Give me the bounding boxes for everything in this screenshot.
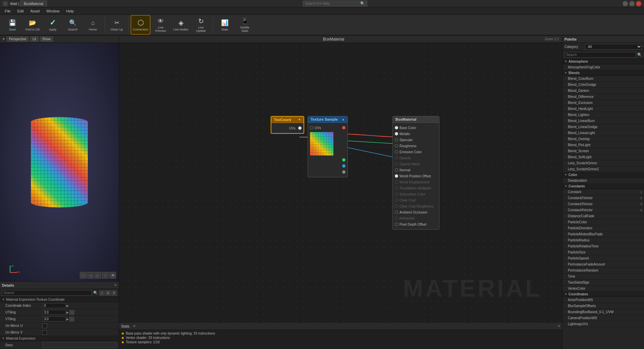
category-select[interactable]: All	[585, 44, 642, 50]
vtiling-link[interactable]: ⟐	[69, 317, 74, 322]
bm-metalic-pin[interactable]	[395, 132, 398, 135]
bm-base-color-pin[interactable]	[395, 126, 398, 129]
coordinate-index-input[interactable]	[42, 303, 66, 308]
texcoord-node[interactable]: TexCoord ▼ UVs	[271, 116, 304, 134]
help-search[interactable]: 🔍	[303, 1, 367, 6]
palette-item-atmosphericfogcolor[interactable]: AtmosphericFogColor	[562, 64, 644, 70]
details-close-button[interactable]: ✕	[114, 283, 117, 287]
perspective-button[interactable]: Perspective	[7, 37, 29, 42]
ts-uvs-in-pin[interactable]	[310, 126, 313, 129]
viewport-ctrl-3[interactable]: ▷	[95, 272, 101, 279]
stats-close-button[interactable]: ✕	[557, 324, 560, 328]
node-canvas[interactable]: TexCoord ▼ UVs Texture Sample ▲	[119, 43, 562, 322]
viewport-ctrl-2[interactable]: ◁	[87, 272, 94, 279]
search-icon[interactable]: 🔍	[360, 1, 365, 6]
palette-item-particlemotionblurfade[interactable]: ParticleMotionBlurFade	[562, 231, 644, 237]
palette-item-vertexcolor[interactable]: VertexColor	[562, 286, 644, 292]
palette-item-constant4vector[interactable]: Constant4Vector 4	[562, 207, 644, 213]
palette-item-actorpositionws[interactable]: ActorPositionWS	[562, 297, 644, 303]
show-button[interactable]: Show	[40, 37, 53, 42]
texture-sample-dropdown[interactable]: ▲	[342, 118, 345, 121]
palette-item-constant3vector[interactable]: Constant3Vector 3	[562, 201, 644, 207]
palette-item-blend-pinlight[interactable]: Blend_PinLight	[562, 142, 644, 148]
minimize-button[interactable]: —	[623, 1, 628, 6]
palette-section-coordinates[interactable]: ▼ Coordinates	[562, 292, 644, 297]
save-button[interactable]: 💾 Save	[3, 15, 22, 35]
palette-item-distancecullfade[interactable]: DistanceCullFade	[562, 213, 644, 219]
texture-sample-node[interactable]: Texture Sample ▲ UVs	[308, 116, 348, 177]
palette-item-particleradius[interactable]: ParticleRadius	[562, 237, 644, 243]
utiling-link[interactable]: ⟐	[69, 310, 74, 315]
details-search-input[interactable]	[2, 290, 92, 296]
palette-item-camerapositionws[interactable]: CameraPositionWS	[562, 315, 644, 321]
palette-section-atmosphere[interactable]: ▼ Atmosphere	[562, 59, 644, 64]
details-filter-btn[interactable]: ▼	[111, 290, 117, 296]
help-search-input[interactable]	[305, 2, 359, 5]
bm-world-pos-pin[interactable]	[395, 174, 398, 178]
palette-item-blend-linearlight[interactable]: Blend_LinearLight	[562, 130, 644, 136]
desc-input[interactable]	[42, 342, 117, 348]
ts-g-pin[interactable]	[342, 158, 345, 162]
apply-button[interactable]: ✓ Apply	[43, 15, 62, 35]
viewport-ctrl-4[interactable]: □	[102, 272, 109, 279]
live-update-button[interactable]: ↻ Live Update	[191, 15, 211, 35]
menu-file[interactable]: File	[2, 8, 13, 14]
close-button[interactable]: ✕	[636, 1, 641, 6]
texcoord-uvs-pin[interactable]	[298, 126, 302, 130]
menu-asset[interactable]: Asset	[28, 8, 43, 14]
palette-section-constants[interactable]: ▼ Constants	[562, 184, 644, 189]
mobile-stats-button[interactable]: 📱 Mobile Stats	[235, 15, 255, 35]
palette-item-boundingbox[interactable]: BoundingBoxBased_0-1_UVW	[562, 309, 644, 315]
viewport-ctrl-5[interactable]: ⬒	[109, 272, 116, 279]
palette-item-lerp-scratchgrime[interactable]: Lerp_ScratchGrime	[562, 160, 644, 166]
live-preview-button[interactable]: 👁 Live Preview	[151, 15, 170, 35]
palette-item-blend-lineardodge[interactable]: Blend_LinearDodge	[562, 124, 644, 130]
palette-item-constant[interactable]: Constant 1	[562, 189, 644, 195]
palette-section-color[interactable]: ▼ Color	[562, 172, 644, 178]
palette-item-blend-exclusion[interactable]: Blend_Exclusion	[562, 100, 644, 106]
palette-item-particledirection[interactable]: ParticleDirection	[562, 225, 644, 231]
palette-item-blend-softlight[interactable]: Blend_SoftLight	[562, 154, 644, 160]
un-mirror-v-checkbox[interactable]	[42, 330, 47, 335]
ts-a-pin[interactable]	[342, 170, 345, 174]
palette-item-blend-linearburn[interactable]: Blend_LinearBurn	[562, 118, 644, 124]
box-material-node[interactable]: BoxMaterial Base Color Metalic Specular	[392, 116, 439, 230]
details-grid-view[interactable]: ⊞	[105, 290, 111, 296]
lit-button[interactable]: Lit	[30, 37, 39, 42]
palette-item-perinstancefadeamount[interactable]: PerInstanceFadeAmount	[562, 261, 644, 268]
palette-item-blend-difference[interactable]: Blend_Difference	[562, 94, 644, 100]
palette-item-blend-hardlight[interactable]: Blend_HardLight	[562, 106, 644, 112]
bm-roughness-pin[interactable]	[395, 144, 398, 148]
coordinate-index-arrow[interactable]: ▶	[66, 304, 69, 307]
live-nodes-button[interactable]: ◈ Live Nodes	[171, 15, 191, 35]
palette-item-blend-colorburn[interactable]: Blend_ColorBurn	[562, 76, 644, 82]
ts-b-out-pin[interactable]	[342, 164, 345, 168]
palette-item-time[interactable]: Time	[562, 274, 644, 280]
maximize-button[interactable]: □	[629, 1, 635, 6]
utiling-input[interactable]	[42, 310, 66, 315]
stats-button[interactable]: 📊 Stats	[215, 15, 234, 35]
search-button[interactable]: 🔍 Search	[63, 15, 83, 35]
ts-rgb-pin[interactable]	[342, 126, 345, 129]
palette-item-particlesize[interactable]: ParticleSize	[562, 249, 644, 255]
palette-item-particlerelativetime[interactable]: ParticleRelativeTime	[562, 243, 644, 249]
material-expression-base-header[interactable]: ▼ Material Expression	[0, 336, 119, 341]
palette-item-blursampleoffsets[interactable]: BlurSampleOffsets	[562, 303, 644, 309]
palette-section-blends[interactable]: ▼ Blends	[562, 70, 644, 76]
bm-specular-pin[interactable]	[395, 138, 398, 141]
palette-item-lerp-scratchgrime2[interactable]: Lerp_ScratchGrime2	[562, 166, 644, 172]
palette-item-blend-screen[interactable]: Blend_Screen	[562, 148, 644, 154]
vtiling-arrow[interactable]: ▶	[66, 317, 69, 321]
bm-ambient-pin[interactable]	[395, 211, 398, 214]
palette-item-blend-colordodge[interactable]: Blend_ColorDodge	[562, 82, 644, 88]
viewport-canvas[interactable]: +X +Y ⬛ ◁ ▷ □ ⬒	[0, 43, 119, 281]
bm-pixel-depth-pin[interactable]	[395, 223, 398, 226]
stats-dropdown[interactable]: ▼	[133, 325, 136, 328]
palette-item-blend-overlay[interactable]: Blend_Overlay	[562, 136, 644, 142]
vtiling-input[interactable]	[42, 316, 66, 322]
bm-emissive-pin[interactable]	[395, 150, 398, 154]
active-tab[interactable]: BoxMaterial	[20, 1, 47, 6]
menu-window[interactable]: Window	[44, 8, 62, 14]
palette-item-blend-darken[interactable]: Blend_Darken	[562, 88, 644, 94]
palette-item-twosidesign[interactable]: TwoSidedSign	[562, 280, 644, 286]
